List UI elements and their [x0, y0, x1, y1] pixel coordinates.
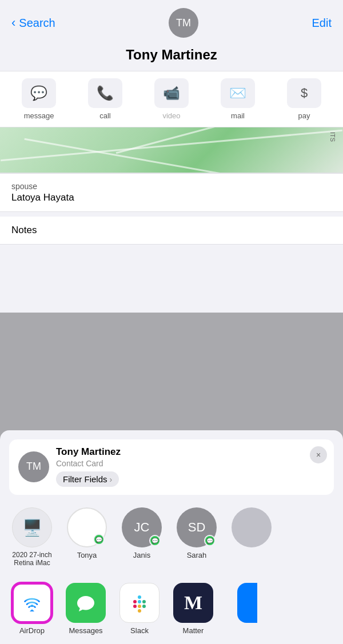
slack-icon-box — [119, 583, 159, 623]
matter-icon-box: M — [173, 583, 213, 623]
section-divider — [0, 574, 343, 578]
share-contact-sub: Contact Card — [56, 459, 325, 468]
imac-icon: 🖥️ — [22, 518, 42, 537]
device-name: 2020 27-inchRetina iMac — [12, 551, 51, 567]
message-icon: 💬 — [22, 78, 56, 108]
slack-svg — [129, 592, 150, 614]
airdrop-svg — [20, 591, 44, 615]
notes-label: Notes — [11, 225, 332, 236]
sarah-message-badge: 💬 — [204, 535, 216, 546]
share-sheet-overlay: TM Tony Martinez Contact Card Filter Fie… — [0, 313, 343, 644]
tonya-avatar: 💬 — [67, 507, 107, 547]
back-button[interactable]: ‹ Search — [11, 15, 55, 30]
app-matter[interactable]: M Matter — [170, 583, 216, 635]
action-video[interactable]: 📹 video — [138, 78, 205, 120]
janis-name: Janis — [133, 551, 150, 559]
map-strip[interactable] — [0, 127, 343, 173]
action-call-label: call — [99, 111, 111, 120]
airdrop-person-partial — [229, 507, 274, 567]
chevron-left-icon: ‹ — [11, 15, 15, 30]
video-icon: 📹 — [154, 78, 189, 108]
matter-app-label: Matter — [183, 626, 204, 635]
action-pay-label: pay — [298, 111, 310, 120]
contact-name: Tony Martinez — [0, 43, 343, 71]
apps-row: AirDrop Messages — [0, 578, 343, 644]
messages-icon-box — [66, 583, 106, 623]
share-panel: TM Tony Martinez Contact Card Filter Fie… — [0, 430, 343, 644]
action-row: 💬 message 📞 call 📹 video ✉️ mail $ pay — [0, 71, 343, 127]
matter-icon: M — [184, 592, 202, 614]
action-message[interactable]: 💬 message — [6, 78, 72, 120]
contact-card-info: Tony Martinez Contact Card Filter Fields… — [56, 446, 325, 487]
airdrop-app-label: AirDrop — [19, 626, 45, 635]
mail-icon: ✉️ — [221, 78, 255, 108]
app-airdrop[interactable]: AirDrop — [9, 583, 55, 635]
contact-card-row: TM Tony Martinez Contact Card Filter Fie… — [9, 439, 334, 495]
device-avatar: 🖥️ — [12, 507, 52, 547]
airdrop-people-row: 🖥️ 2020 27-inchRetina iMac 💬 Tonya JC 💬 … — [0, 501, 343, 574]
sarah-name: Sarah — [187, 551, 207, 559]
tonya-name: Tonya — [77, 551, 97, 559]
edit-button[interactable]: Edit — [312, 17, 332, 30]
slack-app-label: Slack — [130, 626, 149, 635]
avatar: TM — [169, 8, 198, 38]
app-messages[interactable]: Messages — [63, 583, 109, 635]
messages-svg — [75, 592, 97, 614]
janis-avatar: JC 💬 — [122, 507, 162, 547]
spouse-label: spouse — [11, 182, 332, 191]
partial-app-icon — [237, 583, 257, 623]
svg-rect-6 — [133, 605, 137, 608]
action-mail[interactable]: ✉️ mail — [205, 78, 271, 120]
svg-rect-2 — [138, 600, 141, 603]
svg-rect-5 — [138, 605, 141, 608]
app-partial — [224, 583, 270, 635]
notes-section: Notes — [0, 212, 343, 245]
action-pay[interactable]: $ pay — [271, 78, 337, 120]
spouse-section: spouse Latoya Hayata — [0, 173, 343, 212]
airdrop-person-sarah[interactable]: SD 💬 Sarah — [174, 507, 220, 567]
share-contact-name: Tony Martinez — [56, 446, 325, 458]
messages-app-label: Messages — [69, 626, 102, 635]
action-call[interactable]: 📞 call — [72, 78, 138, 120]
svg-point-0 — [31, 605, 33, 607]
message-badge: 💬 — [93, 534, 105, 545]
filter-fields-button[interactable]: Filter Fields › — [56, 471, 119, 487]
header: ‹ Search TM Edit — [0, 0, 343, 43]
svg-rect-8 — [138, 609, 141, 613]
pay-icon: $ — [287, 78, 321, 108]
call-icon: 📞 — [88, 78, 122, 108]
action-mail-label: mail — [231, 111, 245, 120]
filter-chevron-icon: › — [110, 475, 113, 484]
janis-message-badge: 💬 — [149, 535, 161, 546]
action-video-label: video — [162, 111, 180, 120]
airdrop-person-janis[interactable]: JC 💬 Janis — [119, 507, 165, 567]
partial-avatar — [232, 507, 272, 547]
back-label: Search — [19, 17, 55, 30]
close-button[interactable]: × — [310, 446, 327, 463]
sarah-avatar: SD 💬 — [177, 507, 217, 547]
share-avatar: TM — [18, 451, 49, 482]
svg-rect-7 — [142, 605, 146, 608]
airdrop-icon-box — [12, 583, 52, 623]
spouse-value: Latoya Hayata — [11, 192, 332, 203]
airdrop-device[interactable]: 🖥️ 2020 27-inchRetina iMac — [9, 507, 55, 567]
svg-rect-1 — [133, 600, 137, 603]
airdrop-person-tonya[interactable]: 💬 Tonya — [64, 507, 110, 567]
svg-rect-4 — [142, 600, 146, 603]
action-message-label: message — [24, 111, 54, 120]
app-slack[interactable]: Slack — [117, 583, 162, 635]
svg-rect-3 — [138, 595, 141, 599]
